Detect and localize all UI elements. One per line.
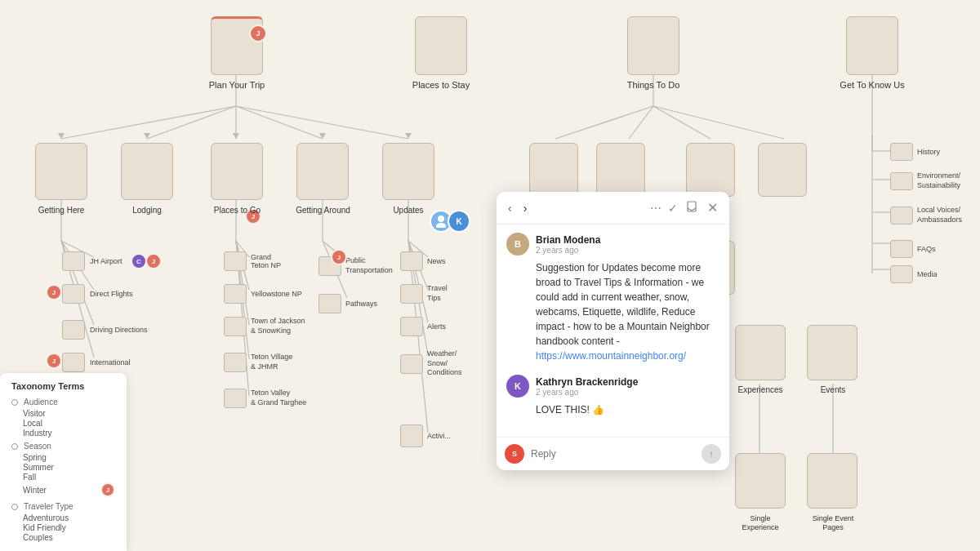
svg-line-28 — [629, 106, 653, 139]
svg-line-29 — [653, 106, 710, 139]
comment-panel: ‹ › ⋯ ✓ ✕ B Brian Modena 2 years ago Sug… — [497, 192, 729, 470]
comment-1-author: Brian Modena — [536, 234, 600, 246]
label-local-voices: Local Voices/Ambassadors — [917, 206, 962, 224]
svg-line-27 — [555, 106, 653, 139]
node-activities[interactable] — [400, 424, 423, 447]
svg-marker-48 — [319, 133, 326, 139]
comment-1-time: 2 years ago — [536, 246, 600, 255]
node-driving-directions[interactable] — [62, 320, 85, 340]
comment-1-header: B Brian Modena 2 years ago — [506, 233, 719, 256]
panel-prev-btn[interactable]: ‹ — [505, 200, 515, 216]
taxonomy-item-industry: Industry — [11, 429, 115, 438]
node-international[interactable] — [62, 353, 85, 372]
node-direct-flights[interactable] — [62, 284, 85, 304]
node-single-experience[interactable] — [735, 453, 786, 509]
node-events[interactable] — [807, 325, 858, 380]
avatar-c-lodging: C — [131, 253, 147, 269]
node-teton-valley[interactable] — [224, 389, 247, 408]
label-history: History — [917, 148, 940, 156]
label-yellowstone: Yellowstone NP — [251, 290, 302, 298]
panel-close-btn[interactable]: ✕ — [704, 198, 721, 217]
svg-line-4 — [236, 106, 323, 139]
label-environment: Environment/Sustainability — [917, 171, 960, 190]
label-updates: Updates — [382, 206, 434, 215]
node-teton-village[interactable] — [224, 353, 247, 372]
label-events: Events — [813, 385, 853, 394]
node-environment[interactable] — [890, 172, 913, 190]
node-getting-around[interactable] — [296, 143, 349, 200]
comment-2-time: 2 years ago — [536, 388, 638, 397]
node-things-to-do[interactable] — [627, 16, 679, 75]
panel-body: B Brian Modena 2 years ago Suggestion fo… — [497, 224, 729, 437]
node-yellowstone[interactable] — [224, 284, 247, 304]
label-getting-around: Getting Around — [288, 206, 358, 215]
node-travel-tips[interactable] — [400, 284, 423, 304]
comment-2-author: Kathryn Brackenridge — [536, 376, 638, 388]
node-single-event-pages[interactable] — [807, 453, 858, 509]
panel-avatar-cluster[interactable]: K — [430, 210, 470, 233]
node-summer[interactable] — [529, 143, 578, 197]
svg-marker-45 — [58, 133, 65, 139]
node-things-child-3[interactable] — [596, 143, 645, 197]
node-grand-teton[interactable] — [224, 251, 247, 271]
comment-item-1: B Brian Modena 2 years ago Suggestion fo… — [506, 233, 719, 363]
avatar-j-lodging: J — [145, 253, 162, 269]
label-teton-village: Teton Village& JHMR — [251, 353, 292, 371]
label-jh-airport: JH Airport — [90, 257, 122, 265]
comment-1-link[interactable]: https://www.mountainneighbor.org/ — [536, 350, 686, 362]
reply-send-btn[interactable]: ↑ — [702, 444, 721, 464]
label-town-jackson: Town of Jackson& SnowKing — [251, 317, 305, 335]
label-lodging: Lodging — [121, 206, 173, 215]
taxonomy-item-summer: Summer — [11, 463, 115, 472]
label-experiences: Experiences — [731, 385, 790, 394]
node-get-to-know-us[interactable] — [846, 16, 898, 75]
panel-check-btn[interactable]: ✓ — [666, 200, 679, 216]
label-places-to-stay: Places to Stay — [400, 80, 482, 90]
node-alerts[interactable] — [400, 317, 423, 336]
taxonomy-item-winter: Winter — [11, 486, 100, 495]
label-single-experience: SingleExperience — [729, 514, 791, 532]
label-get-to-know-us: Get To Know Us — [831, 80, 913, 90]
node-updates[interactable] — [382, 143, 434, 200]
svg-marker-46 — [144, 133, 150, 139]
taxonomy-item-kid-friendly: Kid Friendly — [11, 523, 115, 532]
taxonomy-item-couples: Couples — [11, 533, 115, 542]
label-driving-directions: Driving Directions — [90, 326, 148, 334]
node-town-jackson[interactable] — [224, 317, 247, 336]
taxonomy-panel: Taxonomy Terms Audience Visitor Local In… — [0, 373, 127, 551]
node-faqs[interactable] — [890, 240, 913, 258]
node-places-to-stay[interactable] — [415, 16, 467, 75]
node-things-child-4[interactable] — [758, 143, 807, 197]
label-getting-here: Getting Here — [20, 206, 102, 215]
node-lodging[interactable] — [121, 143, 173, 200]
node-pathways[interactable] — [318, 294, 341, 313]
label-alerts: Alerts — [427, 322, 446, 331]
label-activities: Activi... — [427, 432, 451, 440]
label-weather: Weather/Snow/Conditions — [427, 349, 462, 378]
taxonomy-title: Taxonomy Terms — [11, 381, 115, 391]
label-news: News — [427, 257, 446, 265]
comment-2-header: K Kathryn Brackenridge 2 years ago — [506, 375, 719, 398]
svg-point-51 — [436, 223, 446, 228]
node-news[interactable] — [400, 251, 423, 271]
node-local-voices[interactable] — [890, 207, 913, 224]
reply-area: S ↑ — [497, 437, 729, 470]
node-getting-here[interactable] — [35, 143, 87, 200]
svg-point-50 — [438, 216, 444, 222]
node-media[interactable] — [890, 265, 913, 283]
node-history[interactable] — [890, 143, 913, 161]
node-jh-airport[interactable] — [62, 251, 85, 271]
svg-line-1 — [61, 106, 236, 139]
node-experiences[interactable] — [735, 325, 786, 380]
label-international: International — [90, 358, 131, 367]
taxonomy-group-season: Season — [11, 442, 115, 451]
node-winter[interactable] — [686, 143, 735, 197]
panel-next-btn[interactable]: › — [520, 200, 531, 216]
taxonomy-item-adventurous: Adventurous — [11, 513, 115, 522]
node-weather[interactable] — [400, 354, 423, 374]
panel-more-btn[interactable]: ⋯ — [650, 202, 662, 215]
reply-input[interactable] — [531, 448, 695, 460]
svg-line-5 — [236, 106, 408, 139]
panel-bookmark-btn[interactable] — [684, 199, 699, 216]
node-places-to-go[interactable] — [211, 143, 263, 200]
